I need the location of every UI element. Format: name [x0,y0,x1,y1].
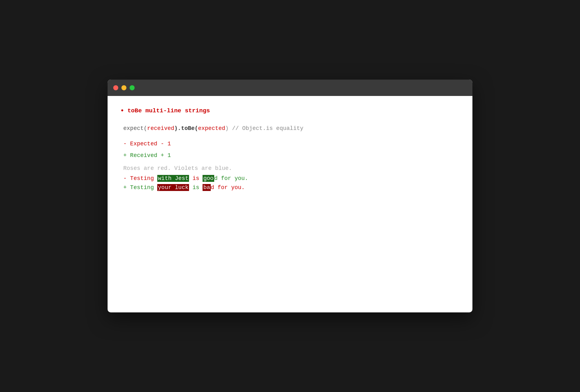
app-window: • toBe multi-line strings expect(receive… [108,80,472,312]
diff-expected-line: - Expected - 1 [120,139,460,148]
plus-highlight-your-luck: your luck [157,184,189,191]
code-received: received [147,125,174,132]
plus-prefix: + Testing [123,184,157,191]
minus-middle: is [189,175,203,182]
code-expected-param: expected [198,125,225,132]
test-title-text: toBe multi-line strings [127,106,210,115]
minimize-button[interactable] [121,85,126,90]
minus-diff-line: - Testing with Jest is good for you. [123,174,460,183]
plus-diff-line: + Testing your luck is bad for you. [123,183,460,192]
minus-highlight-goo: goo [203,175,214,182]
code-prefix: expect( [123,125,147,132]
minus-highlight-with-jest: with Jest [157,175,189,182]
diff-expected-label: - Expected - 1 [123,141,171,147]
plus-highlight-ba: ba [203,184,211,191]
minus-suffix: d for you. [214,175,248,182]
titlebar [108,80,472,96]
plus-middle: is [189,184,203,191]
plus-suffix: d for you. [211,184,245,191]
test-title: • toBe multi-line strings [120,105,460,116]
code-tobe: ).toBe( [174,125,198,132]
close-button[interactable] [113,85,118,90]
context-text: Roses are red. Violets are blue. [123,165,232,171]
diff-received-label: + Received + 1 [123,152,171,159]
content-area: • toBe multi-line strings expect(receive… [108,96,472,202]
diff-received-line: + Received + 1 [120,151,460,160]
context-line: Roses are red. Violets are blue. [123,164,460,173]
code-comment: ) // Object.is equality [225,125,303,132]
code-line: expect(received).toBe(expected) // Objec… [123,124,460,133]
bullet-icon: • [120,105,124,116]
minus-prefix: - Testing [123,175,157,182]
maximize-button[interactable] [130,85,135,90]
